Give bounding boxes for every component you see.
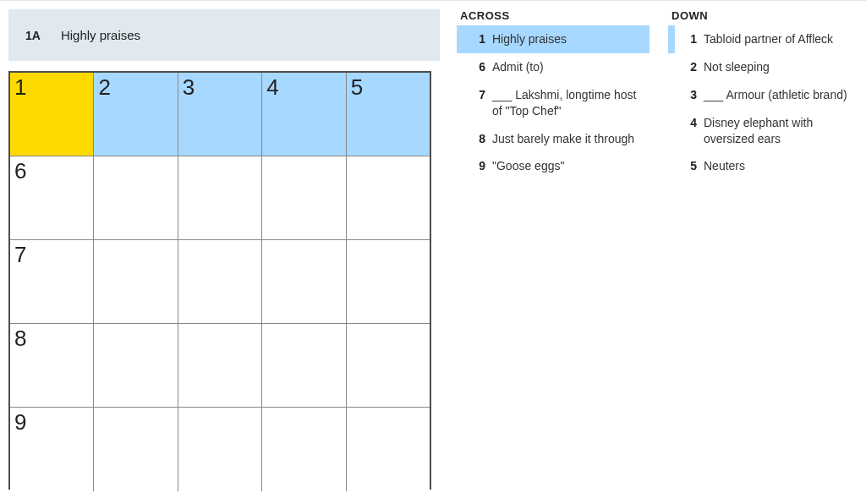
down-heading: DOWN [668, 9, 864, 22]
grid-cell[interactable]: 5 [347, 73, 430, 156]
clue-number: 5 [680, 158, 697, 174]
clue-number: 1 [680, 31, 697, 47]
clue-text: Highly praises [492, 31, 567, 47]
left-panel: 1A Highly praises 123456789 [8, 9, 440, 490]
grid-cell[interactable] [262, 240, 346, 324]
across-clue-item[interactable]: 8Just barely make it through [457, 125, 650, 153]
grid-cell[interactable] [94, 240, 178, 324]
down-clue-item[interactable]: 4Disney elephant with oversized ears [668, 109, 861, 153]
grid-cell[interactable] [262, 408, 346, 491]
cell-number: 6 [14, 158, 26, 184]
cell-number: 8 [14, 326, 26, 352]
clue-lists: ACROSS 1Highly praises6Admit (to)7___ La… [457, 9, 864, 490]
grid-cell[interactable]: 6 [10, 156, 94, 240]
current-clue-label: 1A [25, 29, 41, 42]
grid-cell[interactable] [178, 408, 262, 491]
cell-number: 5 [351, 74, 363, 101]
cell-number: 4 [266, 74, 278, 101]
grid-cell[interactable]: 2 [94, 73, 178, 156]
grid-cell[interactable] [347, 156, 430, 240]
grid-cell[interactable] [178, 324, 262, 408]
across-clue-item[interactable]: 1Highly praises [457, 25, 650, 53]
grid-cell[interactable] [262, 156, 346, 240]
grid-cell[interactable] [178, 156, 262, 240]
grid-cell[interactable] [94, 408, 178, 491]
clue-number: 7 [469, 87, 485, 119]
clue-number: 2 [680, 59, 697, 75]
grid-cell[interactable]: 4 [262, 73, 346, 156]
across-heading: ACROSS [457, 9, 653, 22]
crossword-grid[interactable]: 123456789 [8, 71, 431, 490]
across-column: ACROSS 1Highly praises6Admit (to)7___ La… [457, 9, 653, 490]
across-clue-item[interactable]: 7___ Lakshmi, longtime host of "Top Chef… [457, 81, 650, 125]
grid-cell[interactable] [347, 408, 430, 491]
cell-number: 3 [183, 74, 195, 101]
grid-row: 12345 [10, 73, 430, 156]
cell-number: 2 [98, 74, 110, 101]
down-column: DOWN 1Tabloid partner of Affleck2Not sle… [668, 9, 864, 490]
clue-text: Admit (to) [492, 59, 544, 75]
grid-cell[interactable] [94, 324, 178, 408]
cell-number: 7 [14, 242, 26, 268]
grid-cell[interactable] [178, 240, 262, 324]
down-clue-item[interactable]: 1Tabloid partner of Affleck [668, 25, 861, 53]
grid-row: 8 [10, 324, 430, 408]
across-list[interactable]: 1Highly praises6Admit (to)7___ Lakshmi, … [457, 25, 653, 474]
cell-number: 9 [14, 409, 26, 436]
across-clue-item[interactable]: 9"Goose eggs" [457, 152, 650, 180]
cell-number: 1 [14, 74, 26, 101]
clue-text: "Goose eggs" [492, 158, 564, 174]
current-clue-bar[interactable]: 1A Highly praises [8, 9, 440, 61]
grid-cell[interactable] [347, 324, 430, 408]
down-list[interactable]: 1Tabloid partner of Affleck2Not sleeping… [668, 25, 864, 474]
clue-number: 8 [469, 131, 485, 147]
clue-text: Just barely make it through [492, 131, 634, 147]
grid-cell[interactable]: 8 [10, 324, 94, 408]
down-clue-item[interactable]: 2Not sleeping [668, 53, 861, 81]
grid-row: 7 [10, 240, 430, 324]
clue-number: 1 [469, 31, 485, 47]
clue-text: ___ Lakshmi, longtime host of "Top Chef" [492, 87, 643, 119]
grid-row: 9 [10, 408, 430, 491]
grid-cell[interactable]: 1 [10, 73, 94, 156]
current-clue-text: Highly praises [61, 28, 140, 42]
clue-text: Neuters [704, 158, 745, 174]
grid-cell[interactable]: 9 [10, 408, 94, 491]
grid-cell[interactable]: 3 [178, 73, 262, 156]
grid-cell[interactable] [262, 324, 346, 408]
down-clue-item[interactable]: 5Neuters [668, 152, 861, 180]
clue-number: 6 [469, 59, 485, 75]
clue-number: 4 [680, 115, 697, 147]
grid-cell[interactable] [94, 156, 178, 240]
grid-cell[interactable]: 7 [10, 240, 94, 324]
down-clue-item[interactable]: 3___ Armour (athletic brand) [668, 81, 861, 109]
clue-text: ___ Armour (athletic brand) [704, 87, 847, 103]
grid-row: 6 [10, 156, 430, 240]
clue-text: Tabloid partner of Affleck [704, 31, 833, 47]
clue-number: 9 [469, 158, 485, 174]
across-clue-item[interactable]: 6Admit (to) [457, 53, 650, 81]
grid-cell[interactable] [347, 240, 430, 324]
crossword-app: 1A Highly praises 123456789 ACROSS 1High… [0, 0, 866, 498]
clue-text: Disney elephant with oversized ears [704, 115, 854, 147]
clue-number: 3 [680, 87, 697, 103]
clue-text: Not sleeping [704, 59, 770, 75]
